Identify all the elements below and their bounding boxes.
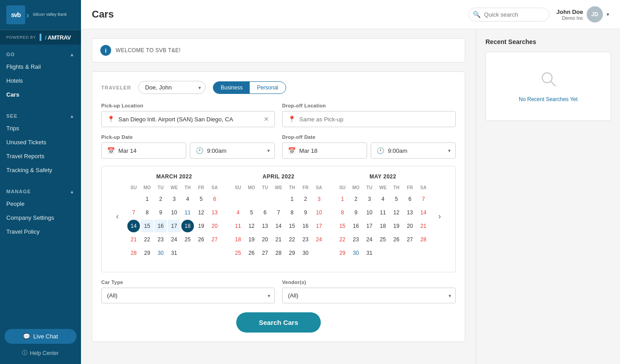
cal-day[interactable]: 28 [272, 247, 285, 259]
cal-day[interactable]: 5 [390, 193, 403, 205]
cal-day[interactable]: 19 [245, 233, 258, 246]
dropoff-location-input[interactable] [299, 116, 450, 123]
search-cars-button[interactable]: Search Cars [236, 312, 321, 333]
cal-day[interactable]: 15 [336, 220, 349, 232]
see-section-header[interactable]: SEE ▲ [0, 111, 81, 121]
cal-day[interactable]: 14 [127, 220, 140, 232]
cal-day[interactable]: 12 [390, 206, 403, 219]
cal-day[interactable]: 18 [377, 220, 389, 232]
sidebar-item-trips[interactable]: Trips [0, 121, 81, 135]
cal-day[interactable]: 3 [313, 193, 325, 205]
cal-day[interactable]: 22 [141, 233, 153, 246]
cal-day[interactable]: 14 [417, 206, 430, 219]
cal-day[interactable]: 13 [259, 220, 271, 232]
cal-day[interactable]: 2 [154, 193, 167, 205]
car-type-select[interactable]: (All) [101, 288, 275, 303]
dropoff-time-input[interactable]: 🕐 9:00am [371, 142, 456, 159]
cal-day[interactable]: 20 [259, 233, 271, 246]
cal-day[interactable]: 30 [350, 247, 362, 259]
cal-day[interactable]: 4 [377, 193, 389, 205]
pickup-time-input[interactable]: 🕐 9:00am [190, 142, 275, 159]
cal-day[interactable]: 24 [363, 233, 376, 246]
cal-day[interactable]: 3 [363, 193, 376, 205]
pickup-location-input-wrap[interactable]: 📍 ✕ [101, 111, 275, 127]
cal-day[interactable]: 6 [259, 206, 271, 219]
cal-day[interactable]: 26 [390, 233, 403, 246]
cal-day[interactable]: 21 [417, 220, 430, 232]
cal-day[interactable]: 13 [404, 206, 416, 219]
cal-day[interactable]: 11 [232, 220, 244, 232]
cal-day[interactable]: 15 [286, 220, 298, 232]
cal-day[interactable]: 11 [377, 206, 389, 219]
cal-day[interactable]: 27 [404, 233, 416, 246]
dropoff-date-input[interactable]: 📅 Mar 18 [282, 142, 367, 159]
cal-day[interactable]: 8 [286, 206, 298, 219]
cal-day[interactable]: 9 [299, 206, 312, 219]
cal-day[interactable]: 6 [404, 193, 416, 205]
pickup-clear-icon[interactable]: ✕ [264, 115, 269, 123]
traveler-select[interactable]: Doe, John [138, 81, 206, 94]
cal-day[interactable]: 4 [181, 193, 194, 205]
sidebar-item-tracking-safety[interactable]: Tracking & Safety [0, 163, 81, 177]
cal-day[interactable]: 19 [390, 220, 403, 232]
go-section-header[interactable]: GO ▲ [0, 49, 81, 60]
manage-section-header[interactable]: MANAGE ▲ [0, 186, 81, 197]
cal-day[interactable]: 17 [313, 220, 325, 232]
cal-day[interactable]: 15 [141, 220, 153, 232]
sidebar-item-people[interactable]: People [0, 197, 81, 211]
cal-day[interactable]: 7 [272, 206, 285, 219]
pickup-date-input[interactable]: 📅 Mar 14 [101, 142, 186, 159]
cal-day[interactable]: 7 [127, 206, 140, 219]
vendor-select[interactable]: (All) [282, 288, 456, 303]
cal-next-button[interactable]: › [435, 210, 445, 223]
cal-day[interactable]: 18 [232, 233, 244, 246]
cal-day[interactable]: 2 [299, 193, 312, 205]
cal-day[interactable]: 31 [168, 247, 180, 259]
user-dropdown-arrow[interactable]: ▾ [607, 11, 609, 18]
cal-day[interactable]: 24 [168, 233, 180, 246]
cal-day[interactable]: 20 [404, 220, 416, 232]
sidebar-item-travel-reports[interactable]: Travel Reports [0, 149, 81, 163]
sidebar-item-unused-tickets[interactable]: Unused Tickets [0, 135, 81, 149]
cal-day[interactable]: 21 [127, 233, 140, 246]
cal-day[interactable]: 7 [417, 193, 430, 205]
cal-day[interactable]: 12 [195, 206, 207, 219]
live-chat-button[interactable]: 💬 Live Chat [4, 329, 76, 344]
cal-day[interactable]: 3 [168, 193, 180, 205]
cal-day[interactable]: 10 [168, 206, 180, 219]
cal-day[interactable]: 22 [286, 233, 298, 246]
business-trip-type-button[interactable]: Business [213, 82, 250, 93]
cal-day[interactable]: 4 [232, 206, 244, 219]
cal-day[interactable]: 14 [272, 220, 285, 232]
sidebar-item-company-settings[interactable]: Company Settings [0, 211, 81, 225]
cal-day[interactable]: 25 [181, 233, 194, 246]
cal-day[interactable]: 8 [336, 206, 349, 219]
cal-day[interactable]: 5 [245, 206, 258, 219]
cal-day[interactable]: 27 [259, 247, 271, 259]
cal-day[interactable]: 16 [154, 220, 167, 232]
cal-day[interactable]: 25 [232, 247, 244, 259]
cal-prev-button[interactable]: ‹ [112, 210, 122, 223]
cal-day[interactable]: 29 [141, 247, 153, 259]
cal-day[interactable]: 21 [272, 233, 285, 246]
cal-day[interactable]: 9 [350, 206, 362, 219]
cal-day[interactable]: 20 [208, 220, 221, 232]
cal-day[interactable]: 5 [195, 193, 207, 205]
dropoff-location-input-wrap[interactable]: 📍 [282, 111, 456, 127]
cal-day[interactable]: 23 [154, 233, 167, 246]
cal-day[interactable]: 8 [141, 206, 153, 219]
cal-day[interactable]: 9 [154, 206, 167, 219]
cal-day[interactable]: 13 [208, 206, 221, 219]
cal-day[interactable]: 30 [154, 247, 167, 259]
cal-day[interactable]: 28 [127, 247, 140, 259]
cal-day[interactable]: 6 [208, 193, 221, 205]
cal-day[interactable]: 26 [245, 247, 258, 259]
pickup-location-input[interactable] [118, 116, 260, 123]
cal-day[interactable]: 29 [286, 247, 298, 259]
cal-day[interactable]: 2 [350, 193, 362, 205]
sidebar-item-travel-policy[interactable]: Travel Policy [0, 225, 81, 239]
cal-day[interactable]: 16 [350, 220, 362, 232]
cal-day[interactable]: 17 [168, 220, 180, 232]
cal-day[interactable]: 31 [363, 247, 376, 259]
cal-day[interactable]: 25 [377, 233, 389, 246]
